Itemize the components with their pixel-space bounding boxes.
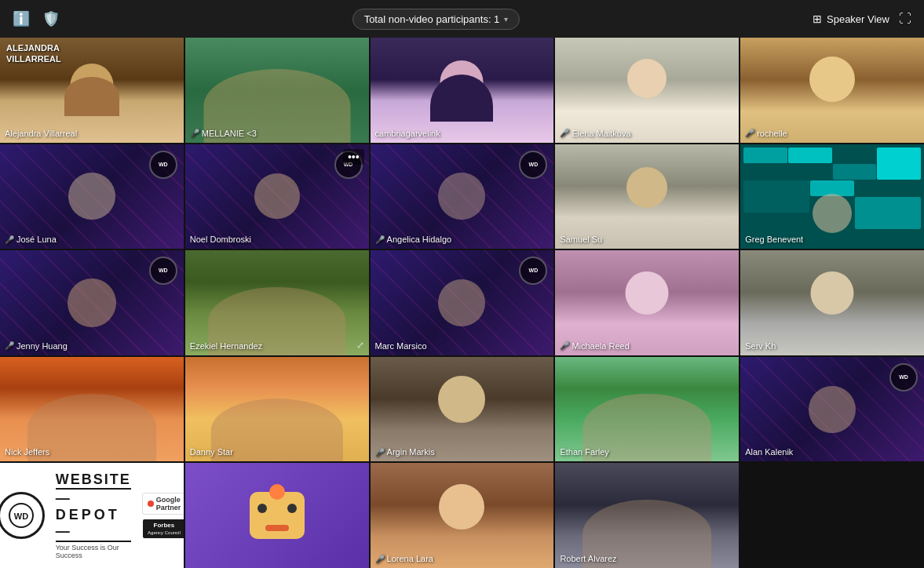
name-text: Noel Dombroski [190, 235, 251, 244]
tile-robert-alvarez[interactable]: Robert Alvarez [555, 463, 739, 568]
wd-watermark: WD [519, 151, 547, 179]
participant-name: 🎤 MELLANIE <3 [190, 129, 257, 138]
top-bar-left: ℹ️ 🛡️ [13, 10, 60, 27]
mute-icon: 🎤 [560, 129, 569, 137]
participant-name: 🎤 Argin Markis [375, 447, 435, 457]
participant-name: 🎤 Elena Maitkova [560, 129, 630, 138]
tile-website-depot-logo: WD WEBSITE — DEPOT — Your Success is Our… [0, 463, 184, 568]
tile-jose-luna[interactable]: WD 🎤 José Luna [0, 144, 184, 249]
participant-name: Marc Marsico [375, 341, 427, 351]
participant-name: cambriagarvelink [375, 129, 440, 138]
tile-serv-kh[interactable]: Serv Kh [740, 250, 924, 355]
participant-name: Greg Benevent [745, 235, 803, 244]
name-text: Ethan Farley [560, 447, 608, 457]
participant-name: 🎤 Lorena Lara [375, 554, 433, 563]
speaker-view-button[interactable]: ⊞ Speaker View [813, 13, 889, 25]
svg-text:WD: WD [13, 512, 27, 521]
tile-danny-star[interactable]: Danny Star [185, 357, 369, 462]
tagline-label: Your Success is Our Success [56, 544, 131, 559]
mute-icon: 🎤 [190, 129, 199, 137]
tile-noel-dombroski[interactable]: WD ••• Noel Dombroski [185, 144, 369, 249]
name-text: Michaela Reed [572, 341, 629, 351]
tile-greg-benevent[interactable]: Greg Benevent [740, 144, 924, 249]
participant-name: Alan Kalenik [745, 447, 793, 457]
more-options-button[interactable]: ••• [343, 149, 364, 165]
tile-argin-markis[interactable]: 🎤 Argin Markis [371, 357, 554, 462]
participant-name: Samuel Su [560, 235, 602, 244]
shield-icon[interactable]: 🛡️ [42, 10, 60, 27]
tile-name-label-overlay: ALEJANDRAVILLARREAL [6, 42, 61, 65]
speaker-view-label: Speaker View [827, 13, 889, 25]
top-bar: ℹ️ 🛡️ Total non-video participants: 1 ▾ … [0, 0, 924, 38]
depot-label: — DEPOT — [56, 488, 131, 542]
mute-icon: 🎤 [375, 448, 385, 457]
name-text: Serv Kh [745, 341, 776, 351]
mute-icon: 🎤 [745, 129, 754, 137]
participant-name: 🎤 Michaela Reed [560, 341, 629, 351]
logo-content: WD WEBSITE — DEPOT — Your Success is Our… [0, 463, 184, 568]
participant-count-label: Total non-video participants: 1 [364, 13, 500, 25]
dropdown-arrow-icon: ▾ [504, 15, 508, 24]
tile-alan-kalenik[interactable]: WD Alan Kalenik [740, 357, 924, 462]
fullscreen-icon[interactable]: ⛶ [899, 12, 911, 26]
name-text: Angelica Hidalgo [387, 235, 452, 244]
participant-name: Serv Kh [745, 341, 776, 351]
wd-watermark: WD [149, 257, 177, 285]
name-text: José Luna [16, 235, 57, 244]
tile-alejandra-villarreal[interactable]: ALEJANDRAVILLARREAL Alejandra Villarreal [0, 38, 184, 143]
logo-text: WEBSITE — DEPOT — Your Success is Our Su… [56, 472, 131, 559]
name-text: Samuel Su [560, 235, 602, 244]
tile-ezekiel-hernandez[interactable]: Ezekiel Hernandez ⤢ [185, 250, 369, 355]
participant-name: 🎤 rochelle [745, 129, 787, 138]
grid-icon: ⊞ [813, 13, 822, 25]
name-text: Alejandra Villarreal [5, 129, 77, 138]
participant-name: 🎤 Angelica Hidalgo [375, 235, 452, 244]
tile-jenny-huang[interactable]: WD 🎤 Jenny Huang [0, 250, 184, 355]
info-icon[interactable]: ℹ️ [13, 10, 30, 27]
tile-lorena-lara[interactable]: 🎤 Lorena Lara [371, 463, 554, 568]
mute-icon: 🎤 [5, 341, 14, 350]
name-text: Jenny Huang [16, 341, 68, 351]
name-text: Greg Benevent [745, 235, 803, 244]
expand-icon[interactable]: ⤢ [356, 340, 364, 351]
tile-rochelle[interactable]: 🎤 rochelle [740, 38, 924, 143]
name-text: Lorena Lara [387, 554, 433, 563]
participant-name: Alejandra Villarreal [5, 129, 77, 138]
name-text: Marc Marsico [375, 341, 427, 351]
participant-name: 🎤 José Luna [5, 235, 57, 244]
participant-name: Ezekiel Hernandez [190, 341, 262, 351]
participant-name: Danny Star [190, 447, 233, 457]
participant-name: 🎤 Jenny Huang [5, 341, 68, 351]
tile-marc-marsico[interactable]: WD Marc Marsico [371, 250, 554, 355]
name-text: rochelle [757, 129, 787, 138]
tile-elena-maitkova[interactable]: 🎤 Elena Maitkova [555, 38, 739, 143]
name-text: Robert Alvarez [560, 554, 616, 563]
tile-michaela-reed[interactable]: 🎤 Michaela Reed [555, 250, 739, 355]
name-text: Argin Markis [387, 447, 435, 457]
website-label: WEBSITE [56, 472, 131, 488]
tile-samuel-su[interactable]: Samuel Su [555, 144, 739, 249]
name-text: cambriagarvelink [375, 129, 440, 138]
name-text: Elena Maitkova [572, 129, 630, 138]
wd-circle-logo: WD [0, 492, 45, 539]
mute-icon: 🎤 [375, 555, 385, 563]
mute-icon: 🎤 [560, 341, 569, 350]
top-bar-right: ⊞ Speaker View ⛶ [813, 12, 911, 26]
partner-logos: GooglePartner ForbesAgency Council [142, 493, 184, 538]
name-text: Ezekiel Hernandez [190, 341, 262, 351]
tile-mellanie[interactable]: 🎤 MELLANIE <3 [185, 38, 369, 143]
name-text: Nick Jeffers [5, 447, 49, 457]
video-grid: ALEJANDRAVILLARREAL Alejandra Villarreal… [0, 38, 924, 568]
tile-nick-jeffers[interactable]: Nick Jeffers [0, 357, 184, 462]
name-text: Danny Star [190, 447, 233, 457]
tile-cartoon [185, 463, 369, 568]
participant-name: Noel Dombroski [190, 235, 251, 244]
tile-cambriagarvelink[interactable]: cambriagarvelink [371, 38, 554, 143]
mute-icon: 🎤 [375, 235, 385, 244]
tile-angelica-hidalgo[interactable]: WD 🎤 Angelica Hidalgo [371, 144, 554, 249]
participant-count-pill[interactable]: Total non-video participants: 1 ▾ [352, 9, 520, 30]
name-text: Alan Kalenik [745, 447, 793, 457]
tile-ethan-farley[interactable]: Ethan Farley [555, 357, 739, 462]
participant-name: Ethan Farley [560, 447, 608, 457]
participant-name: Nick Jeffers [5, 447, 49, 457]
